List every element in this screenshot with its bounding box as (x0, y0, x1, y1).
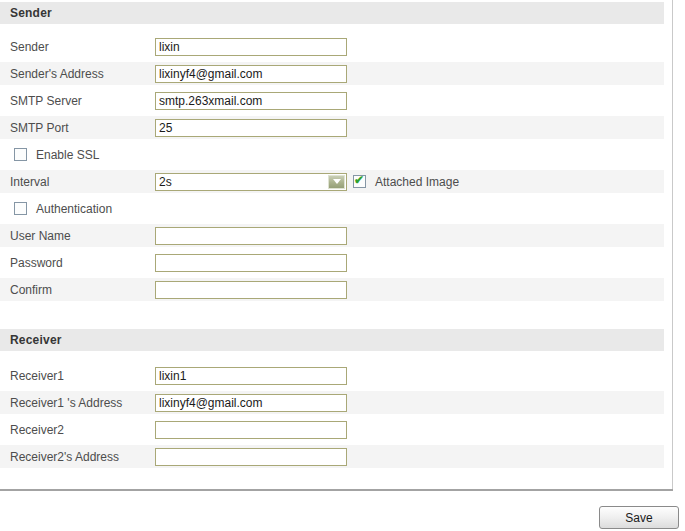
password-label: Password (0, 256, 155, 270)
interval-label: Interval (0, 175, 155, 189)
smtp-server-label: SMTP Server (0, 94, 155, 108)
panel-right-border (672, 0, 673, 490)
receiver2-label: Receiver2 (0, 423, 155, 437)
smtp-port-label: SMTP Port (0, 121, 155, 135)
interval-row: Interval 2s Attached Image (0, 168, 664, 195)
sender-address-input[interactable] (155, 65, 347, 83)
receiver1-address-label: Receiver1 's Address (0, 396, 155, 410)
settings-panel: Sender Sender Sender's Address SMTP Serv… (0, 0, 685, 470)
confirm-label: Confirm (0, 283, 155, 297)
smtp-port-row: SMTP Port (0, 114, 664, 141)
confirm-input[interactable] (155, 281, 347, 299)
smtp-server-row: SMTP Server (0, 87, 664, 114)
dropdown-arrow-button[interactable] (328, 175, 345, 189)
user-name-input[interactable] (155, 227, 347, 245)
user-name-row: User Name (0, 222, 664, 249)
receiver1-input[interactable] (155, 367, 347, 385)
section-header-receiver: Receiver (0, 329, 664, 351)
receiver1-row: Receiver1 (0, 362, 664, 389)
user-name-label: User Name (0, 229, 155, 243)
attached-image-label: Attached Image (375, 175, 459, 189)
interval-selected-value: 2s (156, 175, 172, 189)
password-input[interactable] (155, 254, 347, 272)
receiver2-address-label: Receiver2's Address (0, 450, 155, 464)
receiver2-input[interactable] (155, 421, 347, 439)
sender-address-row: Sender's Address (0, 60, 664, 87)
section-header-sender: Sender (0, 2, 664, 24)
email-settings-page: Sender Sender Sender's Address SMTP Serv… (0, 0, 685, 531)
section-title-sender: Sender (0, 6, 52, 20)
section-title-receiver: Receiver (0, 333, 62, 347)
enable-ssl-row: Enable SSL (0, 141, 664, 168)
receiver2-row: Receiver2 (0, 416, 664, 443)
receiver2-address-input[interactable] (155, 448, 347, 466)
confirm-row: Confirm (0, 276, 664, 303)
enable-ssl-checkbox[interactable] (14, 148, 27, 161)
enable-ssl-label: Enable SSL (36, 148, 99, 162)
attached-image-checkbox[interactable] (353, 175, 366, 188)
authentication-row: Authentication (0, 195, 664, 222)
authentication-label: Authentication (36, 202, 112, 216)
smtp-server-input[interactable] (155, 92, 347, 110)
sender-address-label: Sender's Address (0, 67, 155, 81)
save-button[interactable]: Save (599, 506, 679, 529)
sender-name-input[interactable] (155, 38, 347, 56)
smtp-port-input[interactable] (155, 119, 347, 137)
receiver1-address-row: Receiver1 's Address (0, 389, 664, 416)
receiver1-label: Receiver1 (0, 369, 155, 383)
receiver2-address-row: Receiver2's Address (0, 443, 664, 470)
password-row: Password (0, 249, 664, 276)
sender-name-label: Sender (0, 40, 155, 54)
authentication-checkbox[interactable] (14, 202, 27, 215)
sender-name-row: Sender (0, 33, 664, 60)
chevron-down-icon (333, 179, 341, 184)
interval-select[interactable]: 2s (155, 173, 347, 191)
panel-bottom-border (0, 489, 673, 491)
receiver1-address-input[interactable] (155, 394, 347, 412)
